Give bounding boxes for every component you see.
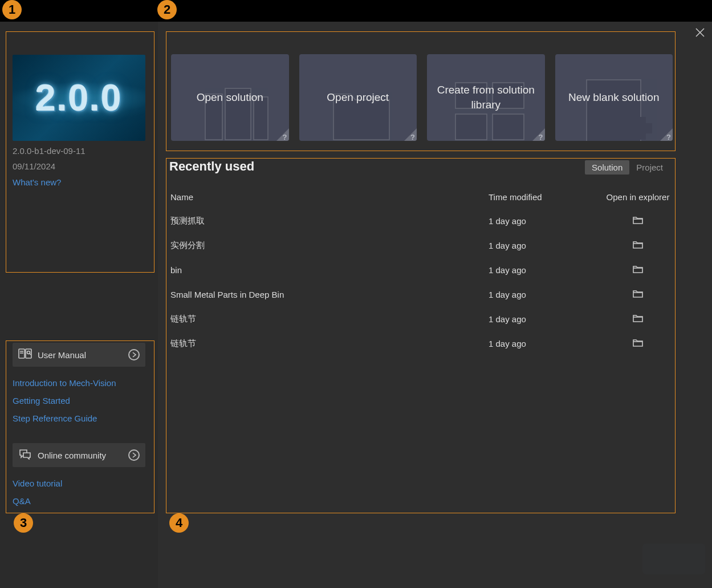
create-from-library-label: Create from solution library bbox=[427, 83, 545, 112]
annotation-3: 3 bbox=[14, 513, 33, 533]
row-name: Small Metal Parts in Deep Bin bbox=[169, 290, 489, 299]
row-name: 链轨节 bbox=[169, 338, 489, 349]
help-icon[interactable]: ? bbox=[666, 133, 671, 141]
tab-solution[interactable]: Solution bbox=[585, 160, 629, 175]
column-name: Name bbox=[169, 192, 489, 202]
online-community-button[interactable]: Online community bbox=[13, 443, 145, 467]
version-number: 2.0.0 bbox=[35, 77, 122, 119]
watermark bbox=[642, 544, 705, 574]
chevron-right-icon bbox=[128, 349, 140, 360]
svg-line-7 bbox=[30, 354, 31, 355]
link-video-tutorial[interactable]: Video tutorial bbox=[13, 478, 145, 488]
table-row[interactable]: bin1 day ago bbox=[169, 258, 673, 282]
build-string: 2.0.0-b1-dev-09-11 bbox=[13, 146, 86, 156]
row-name: 实例分割 bbox=[169, 240, 489, 251]
whats-new-link[interactable]: What's new? bbox=[13, 177, 61, 187]
table-row[interactable]: 预测抓取1 day ago bbox=[169, 209, 673, 233]
new-blank-solution-label: New blank solution bbox=[564, 90, 664, 105]
title-bar bbox=[0, 0, 712, 22]
close-icon[interactable] bbox=[695, 27, 705, 40]
open-solution-card[interactable]: Open solution ? bbox=[171, 54, 289, 141]
row-time: 1 day ago bbox=[489, 314, 603, 324]
open-solution-label: Open solution bbox=[192, 90, 268, 105]
help-icon[interactable]: ? bbox=[283, 133, 287, 141]
tab-project[interactable]: Project bbox=[629, 160, 670, 175]
link-qa[interactable]: Q&A bbox=[13, 496, 145, 506]
open-in-explorer-icon[interactable] bbox=[633, 265, 643, 274]
open-project-label: Open project bbox=[322, 90, 393, 105]
open-in-explorer-icon[interactable] bbox=[633, 216, 643, 225]
book-icon bbox=[18, 348, 32, 362]
user-manual-label: User Manual bbox=[38, 350, 123, 360]
svg-rect-13 bbox=[455, 114, 487, 140]
build-date: 09/11/2024 bbox=[13, 161, 55, 171]
link-intro-mech-vision[interactable]: Introduction to Mech-Vision bbox=[13, 378, 145, 388]
create-from-library-card[interactable]: Create from solution library ? bbox=[427, 54, 545, 141]
table-row[interactable]: Small Metal Parts in Deep Bin1 day ago bbox=[169, 282, 673, 307]
version-banner: 2.0.0 bbox=[13, 55, 145, 141]
help-icon[interactable]: ? bbox=[410, 133, 415, 141]
row-time: 1 day ago bbox=[489, 216, 603, 226]
link-step-reference[interactable]: Step Reference Guide bbox=[13, 413, 145, 423]
user-manual-button[interactable]: User Manual bbox=[13, 343, 145, 367]
row-name: 预测抓取 bbox=[169, 216, 489, 226]
row-time: 1 day ago bbox=[489, 241, 603, 250]
chat-icon bbox=[18, 448, 32, 462]
table-header: Name Time modified Open in explorer bbox=[169, 185, 673, 209]
column-time: Time modified bbox=[489, 192, 603, 202]
table-row[interactable]: 链轨节1 day ago bbox=[169, 307, 673, 331]
table-row[interactable]: 链轨节1 day ago bbox=[169, 331, 673, 356]
help-icon[interactable]: ? bbox=[539, 133, 543, 141]
annotation-2: 2 bbox=[157, 0, 177, 19]
chevron-right-icon bbox=[128, 449, 140, 461]
new-blank-solution-card[interactable]: New blank solution ? bbox=[555, 54, 673, 141]
open-in-explorer-icon[interactable] bbox=[633, 338, 643, 347]
open-in-explorer-icon[interactable] bbox=[633, 314, 643, 323]
row-name: 链轨节 bbox=[169, 314, 489, 325]
row-time: 1 day ago bbox=[489, 290, 603, 299]
link-getting-started[interactable]: Getting Started bbox=[13, 396, 145, 405]
row-time: 1 day ago bbox=[489, 339, 603, 348]
open-project-card[interactable]: Open project ? bbox=[299, 54, 417, 141]
row-time: 1 day ago bbox=[489, 265, 603, 275]
row-name: bin bbox=[169, 265, 489, 275]
svg-rect-14 bbox=[493, 114, 524, 140]
svg-rect-2 bbox=[19, 349, 25, 358]
online-community-label: Online community bbox=[38, 451, 123, 460]
open-in-explorer-icon[interactable] bbox=[633, 240, 643, 249]
svg-point-6 bbox=[27, 351, 30, 354]
annotation-4: 4 bbox=[169, 513, 189, 533]
column-open: Open in explorer bbox=[603, 192, 673, 202]
annotation-1: 1 bbox=[2, 0, 22, 19]
table-row[interactable]: 实例分割1 day ago bbox=[169, 233, 673, 258]
open-in-explorer-icon[interactable] bbox=[633, 289, 643, 298]
